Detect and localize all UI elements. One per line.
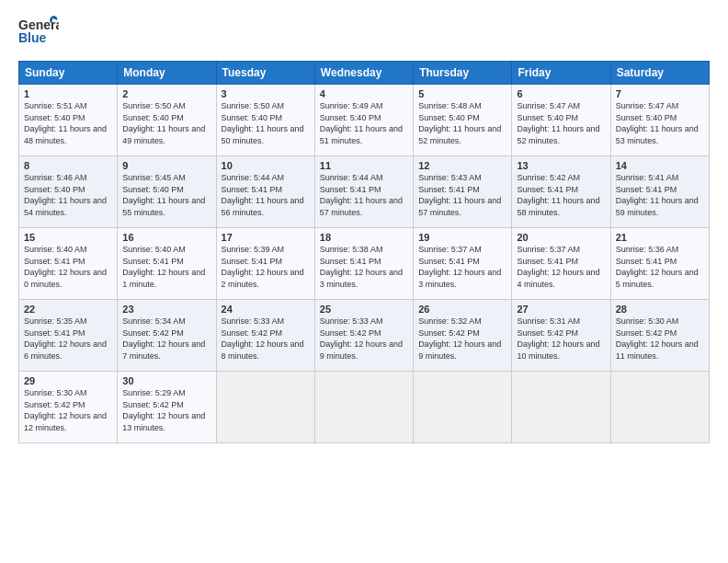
day-number: 14 [616,160,704,171]
day-info: Sunrise: 5:51 AMSunset: 5:40 PMDaylight:… [24,101,107,145]
day-number: 4 [320,88,408,99]
calendar-week-row: 8Sunrise: 5:46 AMSunset: 5:40 PMDaylight… [19,156,710,228]
day-info: Sunrise: 5:38 AMSunset: 5:41 PMDaylight:… [320,245,403,289]
day-info: Sunrise: 5:40 AMSunset: 5:41 PMDaylight:… [24,245,107,289]
day-info: Sunrise: 5:44 AMSunset: 5:41 PMDaylight:… [222,173,304,217]
day-info: Sunrise: 5:29 AMSunset: 5:42 PMDaylight:… [122,388,205,432]
day-number: 9 [122,160,210,171]
weekday-header-cell: Sunday [19,62,118,85]
calendar-cell: 2Sunrise: 5:50 AMSunset: 5:40 PMDaylight… [118,85,216,156]
weekday-header-cell: Friday [512,62,610,85]
calendar-cell [414,372,512,443]
calendar-cell: 19Sunrise: 5:37 AMSunset: 5:41 PMDayligh… [414,228,512,300]
calendar-cell: 12Sunrise: 5:43 AMSunset: 5:41 PMDayligh… [414,156,512,228]
calendar-cell: 22Sunrise: 5:35 AMSunset: 5:41 PMDayligh… [19,300,118,372]
calendar-cell: 23Sunrise: 5:34 AMSunset: 5:42 PMDayligh… [118,300,216,372]
day-info: Sunrise: 5:37 AMSunset: 5:41 PMDaylight:… [517,245,599,289]
weekday-header-cell: Monday [118,62,216,85]
calendar-cell: 21Sunrise: 5:36 AMSunset: 5:41 PMDayligh… [610,228,709,300]
day-number: 7 [616,88,704,99]
day-number: 11 [320,160,408,171]
day-number: 15 [24,232,112,243]
calendar-cell [610,372,709,443]
day-number: 23 [122,304,210,315]
day-info: Sunrise: 5:49 AMSunset: 5:40 PMDaylight:… [320,101,403,145]
day-number: 25 [320,304,408,315]
day-info: Sunrise: 5:39 AMSunset: 5:41 PMDaylight:… [222,245,304,289]
day-number: 21 [616,232,704,243]
calendar-cell: 16Sunrise: 5:40 AMSunset: 5:41 PMDayligh… [118,228,216,300]
day-info: Sunrise: 5:31 AMSunset: 5:42 PMDaylight:… [517,316,599,361]
calendar-cell: 10Sunrise: 5:44 AMSunset: 5:41 PMDayligh… [216,156,314,228]
day-number: 10 [222,160,310,171]
weekday-header-cell: Saturday [610,62,709,85]
day-info: Sunrise: 5:35 AMSunset: 5:41 PMDaylight:… [24,316,107,361]
day-number: 22 [24,304,112,315]
calendar-cell: 28Sunrise: 5:30 AMSunset: 5:42 PMDayligh… [610,300,709,372]
day-info: Sunrise: 5:42 AMSunset: 5:41 PMDaylight:… [517,173,599,217]
day-info: Sunrise: 5:44 AMSunset: 5:41 PMDaylight:… [320,173,403,217]
calendar-cell: 15Sunrise: 5:40 AMSunset: 5:41 PMDayligh… [19,228,118,300]
calendar-cell: 9Sunrise: 5:45 AMSunset: 5:40 PMDaylight… [118,156,216,228]
calendar-cell: 29Sunrise: 5:30 AMSunset: 5:42 PMDayligh… [19,372,118,443]
day-info: Sunrise: 5:30 AMSunset: 5:42 PMDaylight:… [24,388,107,432]
day-info: Sunrise: 5:33 AMSunset: 5:42 PMDaylight:… [222,316,304,361]
calendar-cell: 26Sunrise: 5:32 AMSunset: 5:42 PMDayligh… [414,300,512,372]
calendar-cell: 17Sunrise: 5:39 AMSunset: 5:41 PMDayligh… [216,228,314,300]
day-number: 27 [517,304,605,315]
calendar-cell: 5Sunrise: 5:48 AMSunset: 5:40 PMDaylight… [414,85,512,156]
day-number: 28 [616,304,704,315]
weekday-header-cell: Tuesday [216,62,314,85]
calendar-cell: 25Sunrise: 5:33 AMSunset: 5:42 PMDayligh… [314,300,413,372]
calendar-cell: 6Sunrise: 5:47 AMSunset: 5:40 PMDaylight… [512,85,610,156]
day-info: Sunrise: 5:32 AMSunset: 5:42 PMDaylight:… [418,316,501,361]
weekday-header-cell: Thursday [414,62,512,85]
calendar-cell [512,372,610,443]
calendar-cell: 20Sunrise: 5:37 AMSunset: 5:41 PMDayligh… [512,228,610,300]
day-info: Sunrise: 5:47 AMSunset: 5:40 PMDaylight:… [517,101,599,145]
calendar-cell: 27Sunrise: 5:31 AMSunset: 5:42 PMDayligh… [512,300,610,372]
day-info: Sunrise: 5:40 AMSunset: 5:41 PMDaylight:… [122,245,205,289]
day-info: Sunrise: 5:47 AMSunset: 5:40 PMDaylight:… [616,101,699,145]
day-number: 16 [122,232,210,243]
calendar-cell: 8Sunrise: 5:46 AMSunset: 5:40 PMDaylight… [19,156,118,228]
day-info: Sunrise: 5:48 AMSunset: 5:40 PMDaylight:… [418,101,501,145]
calendar-week-row: 22Sunrise: 5:35 AMSunset: 5:41 PMDayligh… [19,300,710,372]
logo: General Blue [18,15,59,53]
day-number: 18 [320,232,408,243]
day-number: 5 [418,88,506,99]
page-header: General Blue [18,15,710,53]
day-info: Sunrise: 5:36 AMSunset: 5:41 PMDaylight:… [616,245,699,289]
day-number: 17 [222,232,310,243]
calendar-cell: 7Sunrise: 5:47 AMSunset: 5:40 PMDaylight… [610,85,709,156]
day-number: 24 [222,304,310,315]
weekday-header-cell: Wednesday [314,62,413,85]
calendar-week-row: 15Sunrise: 5:40 AMSunset: 5:41 PMDayligh… [19,228,710,300]
day-info: Sunrise: 5:45 AMSunset: 5:40 PMDaylight:… [122,173,205,217]
day-number: 2 [122,88,210,99]
calendar-cell: 11Sunrise: 5:44 AMSunset: 5:41 PMDayligh… [314,156,413,228]
day-number: 29 [24,375,112,386]
calendar-cell: 3Sunrise: 5:50 AMSunset: 5:40 PMDaylight… [216,85,314,156]
day-number: 20 [517,232,605,243]
calendar-cell: 14Sunrise: 5:41 AMSunset: 5:41 PMDayligh… [610,156,709,228]
day-number: 12 [418,160,506,171]
day-info: Sunrise: 5:30 AMSunset: 5:42 PMDaylight:… [616,316,699,361]
day-info: Sunrise: 5:46 AMSunset: 5:40 PMDaylight:… [24,173,107,217]
calendar-cell: 13Sunrise: 5:42 AMSunset: 5:41 PMDayligh… [512,156,610,228]
day-number: 30 [122,375,210,386]
day-number: 1 [24,88,112,99]
calendar-cell: 4Sunrise: 5:49 AMSunset: 5:40 PMDaylight… [314,85,413,156]
calendar-cell: 30Sunrise: 5:29 AMSunset: 5:42 PMDayligh… [118,372,216,443]
logo-icon: General Blue [18,15,59,50]
calendar-table: SundayMondayTuesdayWednesdayThursdayFrid… [18,61,710,443]
calendar-body: 1Sunrise: 5:51 AMSunset: 5:40 PMDaylight… [19,85,710,443]
calendar-cell: 24Sunrise: 5:33 AMSunset: 5:42 PMDayligh… [216,300,314,372]
day-info: Sunrise: 5:34 AMSunset: 5:42 PMDaylight:… [122,316,205,361]
svg-text:Blue: Blue [18,30,47,45]
day-info: Sunrise: 5:37 AMSunset: 5:41 PMDaylight:… [418,245,501,289]
calendar-cell [314,372,413,443]
weekday-header-row: SundayMondayTuesdayWednesdayThursdayFrid… [19,62,710,85]
day-number: 6 [517,88,605,99]
day-info: Sunrise: 5:50 AMSunset: 5:40 PMDaylight:… [222,101,304,145]
